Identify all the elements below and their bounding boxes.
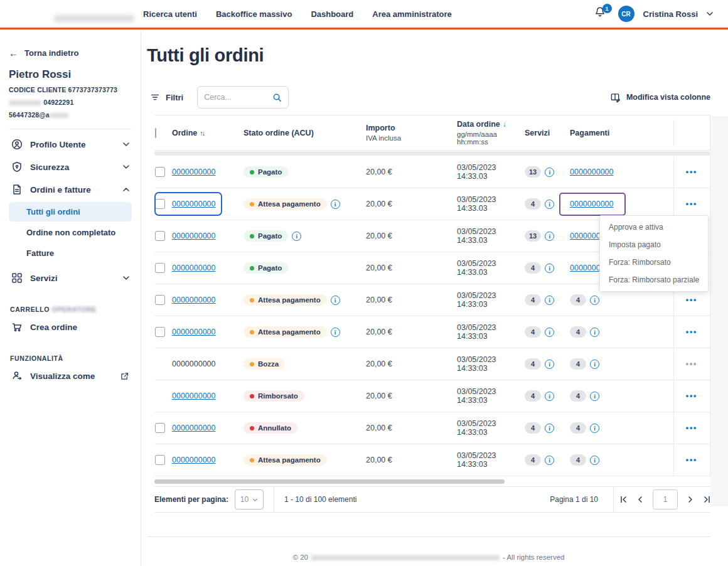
- row-actions-menu-button[interactable]: •••: [686, 424, 698, 432]
- info-icon[interactable]: i: [590, 424, 599, 433]
- info-icon[interactable]: i: [590, 296, 599, 305]
- info-icon[interactable]: i: [545, 200, 554, 209]
- row-checkbox[interactable]: [155, 423, 165, 433]
- row-checkbox[interactable]: [155, 199, 165, 209]
- row-actions-menu-button[interactable]: •••: [686, 392, 698, 400]
- first-page-button[interactable]: [620, 496, 628, 503]
- search-icon[interactable]: [272, 93, 282, 102]
- order-link[interactable]: 0000000000: [172, 424, 216, 432]
- column-header-ordine[interactable]: Ordine↑↓: [172, 129, 244, 137]
- info-icon[interactable]: i: [590, 456, 599, 465]
- order-link[interactable]: 0000000000: [172, 296, 216, 304]
- next-page-button[interactable]: [687, 496, 694, 503]
- edit-columns-button[interactable]: Modifica vista colonne: [610, 92, 710, 103]
- info-icon[interactable]: i: [331, 200, 340, 209]
- row-actions-menu-button[interactable]: •••: [686, 296, 698, 304]
- order-link[interactable]: 0000000000: [172, 168, 216, 176]
- nav-backoffice-massivo[interactable]: Backoffice massivo: [216, 9, 292, 19]
- actions-cell: •••: [673, 380, 709, 412]
- per-page-select[interactable]: 10: [235, 489, 264, 510]
- payment-link[interactable]: 0000000000: [570, 200, 614, 208]
- info-icon[interactable]: i: [590, 392, 599, 401]
- actions-cell: •••: [673, 444, 709, 476]
- info-icon[interactable]: i: [545, 360, 554, 369]
- info-icon[interactable]: i: [545, 328, 554, 337]
- info-icon[interactable]: i: [590, 328, 599, 337]
- row-actions-menu-button[interactable]: •••: [686, 360, 698, 368]
- user-avatar[interactable]: CR: [618, 6, 634, 22]
- chevron-down-icon: [123, 165, 129, 169]
- status-badge: Bozza: [244, 358, 285, 370]
- page-number-input[interactable]: [653, 489, 678, 510]
- nav-ricerca-utenti[interactable]: Ricerca utenti: [143, 9, 197, 19]
- sidebar-item-sicurezza[interactable]: Sicurezza: [9, 156, 132, 178]
- order-link[interactable]: 0000000000: [172, 232, 216, 240]
- order-link[interactable]: 0000000000: [172, 328, 216, 336]
- sidebar-item-visualizza-come[interactable]: Visualizza come: [9, 365, 132, 387]
- user-menu-chevron-down-icon[interactable]: [707, 12, 713, 16]
- search-input[interactable]: [204, 93, 272, 102]
- row-actions-menu-button[interactable]: •••: [686, 168, 698, 176]
- app-logo[interactable]: [54, 15, 134, 22]
- previous-page-button[interactable]: [636, 496, 644, 503]
- results-range-text: 1 - 10 di 100 elementi: [284, 495, 356, 504]
- info-icon[interactable]: i: [545, 232, 554, 241]
- sidebar-item-ordini-e-fatture[interactable]: Ordini e fatture: [9, 178, 132, 201]
- sort-icon[interactable]: ↑↓: [200, 129, 204, 137]
- info-icon[interactable]: i: [292, 232, 301, 241]
- notifications-button[interactable]: 1: [594, 6, 609, 21]
- sort-desc-icon[interactable]: ↓: [503, 120, 506, 129]
- info-icon[interactable]: i: [545, 296, 554, 305]
- select-all-checkbox[interactable]: [155, 128, 156, 138]
- status-cell: Attesa pagamentoi: [244, 294, 366, 306]
- row-actions-menu-button[interactable]: •••: [686, 456, 698, 464]
- top-navigation-bar: Ricerca utenti Backoffice massivo Dashbo…: [0, 0, 728, 29]
- nav-dashboard[interactable]: Dashboard: [311, 9, 353, 19]
- external-link-icon: [120, 371, 129, 381]
- row-checkbox[interactable]: [155, 455, 165, 465]
- scrollbar-thumb[interactable]: [154, 479, 505, 484]
- nav-area-amministratore[interactable]: Area amministratore: [372, 9, 451, 19]
- menu-item-forza-rimborsato[interactable]: Forza: Rimborsato: [600, 254, 708, 271]
- info-icon[interactable]: i: [545, 392, 554, 401]
- payments-cell: 4i: [570, 358, 673, 370]
- status-dot-icon: [250, 298, 254, 302]
- menu-item-forza-rimborsato-parziale[interactable]: Forza: Rimborsato parziale: [600, 271, 708, 289]
- order-link[interactable]: 0000000000: [172, 200, 216, 208]
- info-icon[interactable]: i: [590, 360, 599, 369]
- menu-item-imposta-pagato[interactable]: Imposta pagato: [600, 236, 708, 254]
- menu-item-approva-e-attiva[interactable]: Approva e attiva: [600, 218, 708, 236]
- info-icon[interactable]: i: [331, 296, 340, 305]
- order-link[interactable]: 0000000000: [172, 456, 216, 464]
- info-icon[interactable]: i: [545, 456, 554, 465]
- column-header-data-ordine[interactable]: Data ordine↓gg/mm/aaaa hh:mm:ss: [457, 120, 525, 146]
- sidebar-item-fatture[interactable]: Fatture: [9, 243, 132, 263]
- sidebar-item-ordine-non-completato[interactable]: Ordine non completato: [9, 223, 132, 242]
- checkbox-cell: [154, 455, 172, 465]
- order-date-cell: 03/05/2023 14:33:03: [457, 291, 525, 309]
- sidebar-item-profilo-utente[interactable]: Profilo Utente: [9, 133, 132, 156]
- back-button[interactable]: ← Torna indietro: [9, 48, 132, 58]
- row-checkbox[interactable]: [155, 231, 165, 241]
- row-checkbox[interactable]: [155, 295, 165, 305]
- last-page-button[interactable]: [703, 496, 710, 503]
- row-checkbox[interactable]: [155, 327, 165, 337]
- actions-cell: •••: [673, 316, 709, 348]
- sidebar-item-crea-ordine[interactable]: Crea ordine: [9, 316, 132, 338]
- info-icon[interactable]: i: [545, 264, 554, 273]
- sidebar-item-servizi[interactable]: Servizi: [9, 267, 132, 289]
- info-icon[interactable]: i: [331, 328, 340, 337]
- info-icon[interactable]: i: [545, 168, 554, 177]
- order-date-cell: 03/05/2023 14:33.03: [457, 227, 525, 245]
- order-link[interactable]: 0000000000: [172, 392, 216, 400]
- info-icon[interactable]: i: [545, 424, 554, 433]
- row-checkbox[interactable]: [155, 263, 165, 273]
- row-actions-menu-button[interactable]: •••: [686, 200, 698, 208]
- sidebar-item-tutti-gli-ordini[interactable]: Tutti gli ordini: [9, 202, 132, 222]
- payment-link[interactable]: 0000000000: [570, 168, 614, 176]
- order-link[interactable]: 0000000000: [172, 264, 216, 272]
- filters-button[interactable]: Filtri: [149, 92, 183, 102]
- row-checkbox[interactable]: [155, 167, 165, 177]
- order-cell: 0000000000: [172, 456, 244, 464]
- row-actions-menu-button[interactable]: •••: [686, 328, 698, 336]
